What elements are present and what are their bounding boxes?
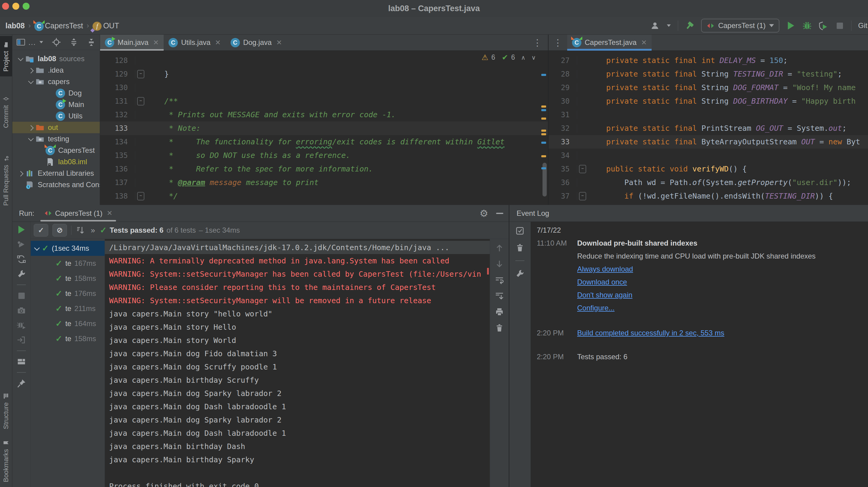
project-view-select[interactable]: … <box>16 37 44 47</box>
event-link[interactable]: Build completed successfully in 2 sec, 5… <box>577 329 724 337</box>
inspection-widget[interactable]: ⚠ 6 ✔ 6 ∧ ∨ <box>482 53 536 62</box>
more-tabs-icon[interactable]: ⋮ <box>527 37 548 48</box>
more-tabs-icon[interactable]: ⋮ <box>549 37 567 48</box>
tree-chevron[interactable] <box>26 68 35 72</box>
tree-chevron[interactable] <box>26 125 35 130</box>
tab-caperstest-java[interactable]: CCapersTest.java✕ <box>567 35 652 50</box>
scroll-down-button[interactable] <box>495 259 504 269</box>
tab-main-java[interactable]: CMain.java✕ <box>100 35 164 50</box>
rerun-failed-tests-button[interactable] <box>17 240 26 249</box>
pin-tab-button[interactable] <box>17 378 26 388</box>
code-line: 129− } <box>100 67 548 81</box>
print-button[interactable] <box>495 307 504 317</box>
import-tests-button[interactable] <box>17 335 26 345</box>
close-icon[interactable]: ✕ <box>641 38 647 47</box>
expand-all-icon[interactable] <box>69 37 79 47</box>
project-toolbar: … <box>12 35 100 50</box>
event-action-link[interactable]: Don't show again <box>577 291 632 299</box>
clear-event-log-button[interactable] <box>515 243 525 252</box>
run-tab[interactable]: CapersTest (1) ✕ <box>42 205 115 221</box>
sort-alphabetically-icon[interactable] <box>76 225 85 235</box>
more-toolbar-chevron-icon[interactable]: » <box>91 226 94 235</box>
tree-item-lab08[interactable]: lab08 sources <box>12 53 100 64</box>
stripe-item-structure[interactable]: Structure <box>2 387 10 434</box>
close-icon[interactable]: ✕ <box>276 38 282 47</box>
show-passed-toggle[interactable]: ✓ <box>34 224 48 237</box>
breadcrumb-item-lab08[interactable]: lab08 <box>5 21 25 30</box>
fold-marker[interactable]: − <box>577 192 588 201</box>
fold-marker[interactable]: − <box>577 165 588 173</box>
run-button[interactable] <box>786 21 796 30</box>
event-log-settings-button[interactable] <box>515 269 525 278</box>
hide-panel-button[interactable] <box>496 213 503 214</box>
close-icon[interactable]: ✕ <box>153 38 159 47</box>
fold-marker[interactable]: − <box>135 192 146 201</box>
breadcrumb-item-out[interactable]: fOUT <box>93 21 119 30</box>
test-row[interactable]: ✓te158ms <box>31 331 104 346</box>
clear-console-button[interactable] <box>495 323 504 333</box>
toggle-auto-test-button[interactable] <box>17 254 26 264</box>
tree-chevron[interactable] <box>26 81 35 83</box>
test-root-row[interactable]: ✓(1sec 34ms <box>31 241 104 256</box>
user-account-button[interactable] <box>650 21 660 30</box>
tree-item-caperstest[interactable]: CCapersTest <box>12 145 100 156</box>
rerun-button[interactable] <box>17 225 26 235</box>
attach-debugger-button[interactable] <box>17 321 26 330</box>
console-line: java capers.Main dog Sparky labrador 2 <box>105 413 490 426</box>
tree-chevron[interactable] <box>26 138 35 141</box>
show-ignored-toggle[interactable]: ⊘ <box>53 224 67 237</box>
stop-button[interactable] <box>17 291 26 301</box>
close-icon[interactable]: ✕ <box>215 38 221 47</box>
event-action-link[interactable]: Always download <box>577 265 633 273</box>
event-action-link[interactable]: Download once <box>577 278 627 286</box>
next-issue-chevron-icon[interactable]: ∨ <box>531 54 536 61</box>
stripe-item-commit[interactable]: Commit <box>2 90 10 133</box>
run-with-coverage-button[interactable] <box>818 21 828 30</box>
stripe-item-project[interactable]: Project <box>0 36 12 76</box>
run-configuration-select[interactable]: CapersTest (1) <box>701 19 779 33</box>
locate-icon[interactable] <box>52 37 61 47</box>
prev-issue-chevron-icon[interactable]: ∧ <box>521 54 526 61</box>
mark-all-read-button[interactable] <box>515 226 525 236</box>
gear-icon[interactable]: ⚙ <box>479 208 488 219</box>
test-row[interactable]: ✓te164ms <box>31 316 104 331</box>
stop-button[interactable] <box>835 21 844 30</box>
breadcrumb-item-caperstest[interactable]: CCapersTest <box>34 21 83 30</box>
restore-layout-button[interactable] <box>17 357 26 366</box>
tree-item-scratches-and-consoles[interactable]: Scratches and Consoles <box>12 179 100 190</box>
tree-item-out[interactable]: out <box>12 122 100 133</box>
tree-item-utils[interactable]: CUtils <box>12 110 100 122</box>
test-row[interactable]: ✓te167ms <box>31 256 104 271</box>
scroll-up-button[interactable] <box>495 243 504 253</box>
event-log-panel: Event Log 7/17/2211:10 AMDownload pre-bu… <box>509 205 868 487</box>
test-settings-button[interactable] <box>17 269 26 279</box>
tree-chevron[interactable] <box>16 58 25 60</box>
soft-wrap-button[interactable] <box>495 275 504 285</box>
tab-dog-java[interactable]: CDog.java✕ <box>226 35 287 50</box>
tree-item--idea[interactable]: .idea <box>12 64 100 76</box>
collapse-all-icon[interactable] <box>87 37 96 47</box>
event-action-link[interactable]: Configure... <box>577 304 615 312</box>
stripe-item-bookmarks[interactable]: Bookmarks <box>2 434 10 487</box>
close-icon[interactable]: ✕ <box>107 209 113 217</box>
tree-item-testing[interactable]: testing <box>12 133 100 145</box>
tree-item-dog[interactable]: CDog <box>12 87 100 99</box>
test-row[interactable]: ✓te211ms <box>31 301 104 316</box>
tree-item-lab08-iml[interactable]: lab08.iml <box>12 156 100 168</box>
tree-chevron[interactable] <box>16 171 25 176</box>
fold-marker[interactable]: − <box>135 70 146 78</box>
tree-item-main[interactable]: CMain <box>12 99 100 110</box>
fold-marker[interactable]: − <box>135 97 146 105</box>
tree-item-external-libraries[interactable]: External Libraries <box>12 168 100 179</box>
tree-item-capers[interactable]: capers <box>12 76 100 87</box>
build-project-button[interactable] <box>685 21 694 30</box>
debug-button[interactable] <box>802 21 812 30</box>
test-row[interactable]: ✓te158ms <box>31 271 104 286</box>
git-widget[interactable]: Git <box>858 21 867 30</box>
scroll-to-end-button[interactable] <box>495 291 504 301</box>
test-row[interactable]: ✓te176ms <box>31 286 104 301</box>
stripe-item-pull-requests[interactable]: Pull Requests <box>2 150 10 211</box>
console-line: java capers.Main dog Dash labradoodle 1 <box>105 426 490 440</box>
tab-utils-java[interactable]: CUtils.java✕ <box>164 35 226 50</box>
thread-dump-button[interactable] <box>17 306 26 315</box>
